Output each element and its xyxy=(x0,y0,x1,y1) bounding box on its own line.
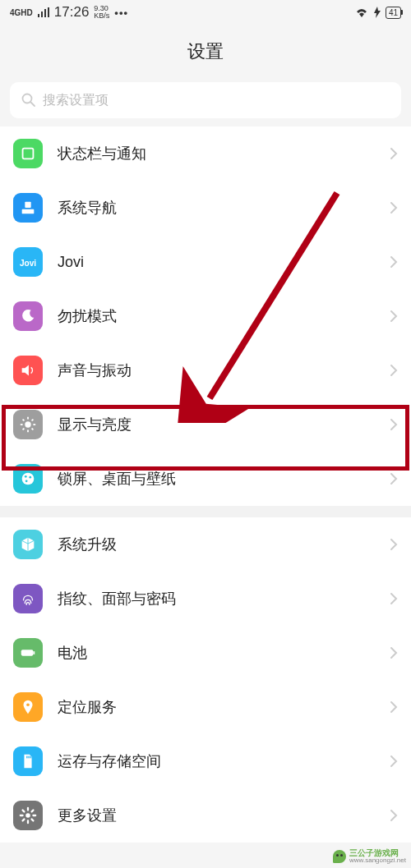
svg-rect-8 xyxy=(25,202,30,208)
row-label: 显示与亮度 xyxy=(58,415,390,434)
watermark: 三公子游戏网 www.sangongzi.net xyxy=(333,848,406,865)
svg-point-29 xyxy=(25,813,30,818)
svg-rect-27 xyxy=(28,756,29,759)
row-label: 指纹、面部与密码 xyxy=(58,589,390,609)
svg-point-25 xyxy=(26,703,30,706)
status-bar: 4GHD 17:26 9.30KB/s ••• 41 xyxy=(0,0,411,25)
chevron-right-icon xyxy=(390,646,398,659)
settings-row-system-navigation[interactable]: 系统导航 xyxy=(0,181,411,235)
settings-row-lock-wallpaper[interactable]: 锁屏、桌面与壁纸 xyxy=(0,452,411,506)
search-container: 搜索设置项 xyxy=(0,76,411,126)
clock: 17:26 xyxy=(54,4,90,21)
svg-rect-28 xyxy=(30,756,31,759)
svg-line-17 xyxy=(23,429,25,430)
sound-icon xyxy=(13,356,43,385)
row-label: Jovi xyxy=(58,254,390,271)
jovi-icon: Jovi xyxy=(13,247,43,277)
gear-icon xyxy=(13,801,43,830)
chevron-right-icon xyxy=(390,538,398,551)
chevron-right-icon xyxy=(390,472,398,485)
svg-line-5 xyxy=(30,102,35,106)
battery-icon xyxy=(13,638,43,668)
chevron-right-icon xyxy=(390,755,398,768)
search-icon xyxy=(21,93,36,108)
network-speed: 9.30KB/s xyxy=(94,5,109,20)
signal-bars-icon xyxy=(38,7,49,17)
nav-icon xyxy=(13,193,43,223)
svg-rect-24 xyxy=(33,651,35,654)
network-indicator: 4GHD xyxy=(10,8,33,17)
settings-row-sound-vibration[interactable]: 声音与振动 xyxy=(0,343,411,397)
settings-row-display-brightness[interactable]: 显示与亮度 xyxy=(0,397,411,452)
settings-row-system-upgrade[interactable]: 系统升级 xyxy=(0,517,411,572)
row-label: 锁屏、桌面与壁纸 xyxy=(58,469,390,489)
search-input[interactable]: 搜索设置项 xyxy=(10,82,401,118)
sd-icon xyxy=(13,746,43,776)
wifi-icon xyxy=(354,7,369,18)
chevron-right-icon xyxy=(390,809,398,822)
battery-indicator: 41 xyxy=(386,7,401,19)
settings-row-status-notifications[interactable]: 状态栏与通知 xyxy=(0,126,411,181)
page-title: 设置 xyxy=(0,25,411,76)
chevron-right-icon xyxy=(390,700,398,714)
chevron-right-icon xyxy=(390,201,398,214)
svg-point-20 xyxy=(25,475,27,478)
brightness-icon xyxy=(13,410,43,439)
settings-row-jovi[interactable]: JoviJovi xyxy=(0,235,411,289)
svg-rect-1 xyxy=(41,11,43,17)
row-label: 定位服务 xyxy=(58,697,390,717)
cube-icon xyxy=(13,530,43,559)
svg-rect-0 xyxy=(38,14,39,17)
svg-point-19 xyxy=(22,473,35,485)
svg-rect-2 xyxy=(44,9,46,17)
row-label: 系统导航 xyxy=(58,198,390,218)
fingerprint-icon xyxy=(13,584,43,613)
settings-row-storage[interactable]: 运存与存储空间 xyxy=(0,734,411,788)
row-label: 运存与存储空间 xyxy=(58,751,390,771)
svg-rect-3 xyxy=(48,7,49,17)
row-label: 声音与振动 xyxy=(58,361,390,380)
row-label: 系统升级 xyxy=(58,535,390,554)
chevron-right-icon xyxy=(390,147,398,160)
chevron-right-icon xyxy=(390,418,398,431)
svg-point-21 xyxy=(29,476,31,479)
svg-point-10 xyxy=(25,421,30,427)
svg-text:Jovi: Jovi xyxy=(20,259,36,268)
location-icon xyxy=(13,692,43,722)
moon-icon xyxy=(13,301,43,331)
settings-group-1: 状态栏与通知系统导航JoviJovi勿扰模式声音与振动显示与亮度锁屏、桌面与壁纸 xyxy=(0,126,411,506)
row-label: 状态栏与通知 xyxy=(58,144,390,163)
svg-rect-7 xyxy=(22,209,35,214)
row-label: 勿扰模式 xyxy=(58,306,390,326)
square-icon xyxy=(13,139,43,168)
svg-rect-6 xyxy=(23,149,34,159)
charging-icon xyxy=(374,7,381,18)
row-label: 电池 xyxy=(58,643,390,663)
settings-row-biometrics[interactable]: 指纹、面部与密码 xyxy=(0,572,411,626)
row-label: 更多设置 xyxy=(58,806,390,825)
settings-group-2: 系统升级指纹、面部与密码电池定位服务运存与存储空间更多设置 xyxy=(0,517,411,843)
watermark-url: www.sangongzi.net xyxy=(349,857,406,865)
settings-row-battery[interactable]: 电池 xyxy=(0,626,411,680)
chevron-right-icon xyxy=(390,310,398,323)
settings-row-dnd[interactable]: 勿扰模式 xyxy=(0,289,411,343)
svg-line-16 xyxy=(32,429,34,430)
settings-row-more-settings[interactable]: 更多设置 xyxy=(0,788,411,843)
chevron-right-icon xyxy=(390,592,398,605)
svg-line-18 xyxy=(32,420,34,421)
svg-rect-26 xyxy=(26,756,27,759)
section-divider xyxy=(0,506,411,517)
svg-point-22 xyxy=(25,480,28,482)
chevron-right-icon xyxy=(390,255,398,269)
settings-row-location[interactable]: 定位服务 xyxy=(0,680,411,734)
search-placeholder: 搜索设置项 xyxy=(43,92,109,109)
chevron-right-icon xyxy=(390,364,398,377)
more-status-icon: ••• xyxy=(114,7,128,19)
svg-rect-23 xyxy=(21,650,34,655)
palette-icon xyxy=(13,464,43,494)
svg-line-15 xyxy=(23,420,25,421)
watermark-logo-icon xyxy=(333,850,346,863)
